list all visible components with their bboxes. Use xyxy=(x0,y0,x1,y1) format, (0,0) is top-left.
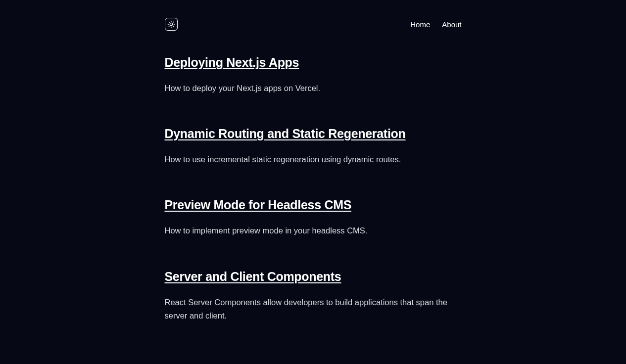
svg-line-4 xyxy=(173,26,173,27)
svg-line-7 xyxy=(169,26,169,27)
post-item: Preview Mode for Headless CMS How to imp… xyxy=(165,198,462,237)
svg-line-8 xyxy=(173,22,173,22)
post-title-link[interactable]: Deploying Next.js Apps xyxy=(165,55,462,70)
post-title-link[interactable]: Preview Mode for Headless CMS xyxy=(165,198,462,212)
post-title-link[interactable]: Server and Client Components xyxy=(165,270,462,284)
post-item: Dynamic Routing and Static Regeneration … xyxy=(165,127,462,166)
post-description: How to implement preview mode in your he… xyxy=(165,224,462,237)
svg-line-3 xyxy=(169,22,169,22)
post-item: Server and Client Components React Serve… xyxy=(165,270,462,322)
post-description: React Server Components allow developers… xyxy=(165,296,462,322)
nav-home-link[interactable]: Home xyxy=(410,20,430,29)
post-title-link[interactable]: Dynamic Routing and Static Regeneration xyxy=(165,127,462,141)
post-item: Deploying Next.js Apps How to deploy you… xyxy=(165,55,462,95)
nav-about-link[interactable]: About xyxy=(442,20,461,29)
post-description: How to use incremental static regenerati… xyxy=(165,153,462,166)
header: Home About xyxy=(165,0,462,55)
svg-point-0 xyxy=(170,23,172,25)
theme-toggle-button[interactable] xyxy=(165,18,178,31)
posts-list: Deploying Next.js Apps How to deploy you… xyxy=(165,55,462,322)
main-nav: Home About xyxy=(410,20,461,29)
sun-icon xyxy=(167,20,175,28)
post-description: How to deploy your Next.js apps on Verce… xyxy=(165,82,462,95)
